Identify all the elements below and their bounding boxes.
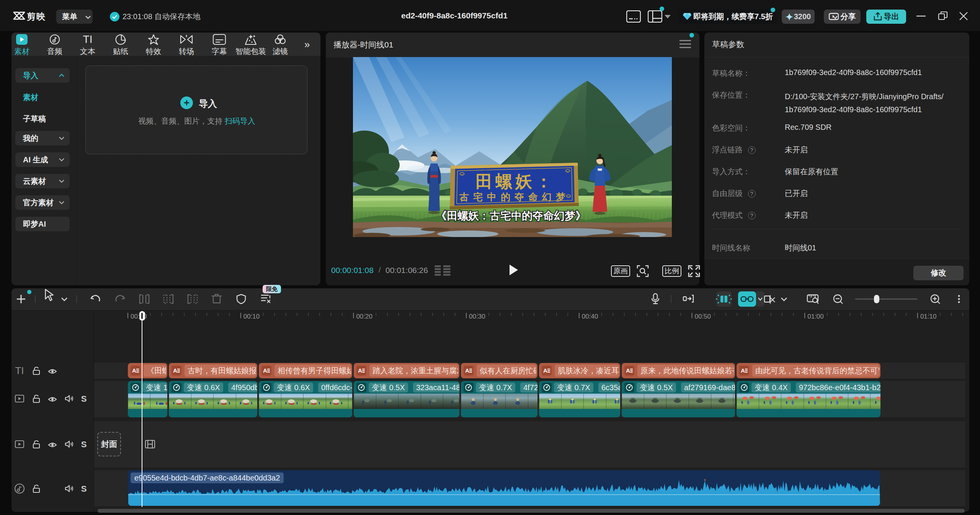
svg-text:A: A (173, 367, 177, 374)
svg-text:A: A (626, 367, 630, 374)
svg-text:A: A (263, 367, 267, 374)
svg-text:A: A (465, 367, 469, 374)
svg-text:A: A (358, 367, 362, 374)
svg-text:A: A (543, 367, 547, 374)
svg-text:《田螺妖：古宅中的夺命幻梦》: 《田螺妖：古宅中的夺命幻梦》 (436, 210, 586, 222)
svg-text:A: A (741, 367, 745, 374)
svg-text:TI: TI (83, 34, 93, 45)
svg-text:田螺妖：: 田螺妖： (475, 172, 555, 191)
svg-text:古宅中的夺命幻梦: 古宅中的夺命幻梦 (459, 191, 570, 202)
svg-text:A: A (132, 367, 136, 374)
